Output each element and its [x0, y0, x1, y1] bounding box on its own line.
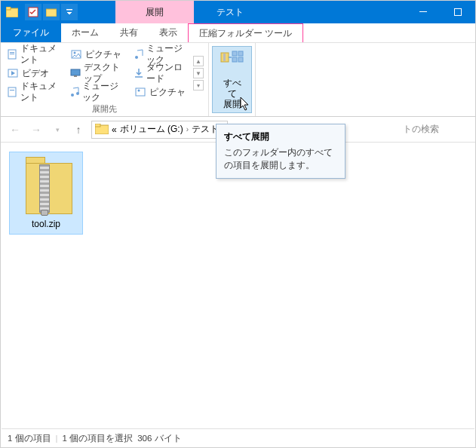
- svg-rect-14: [71, 69, 80, 75]
- dest-desktop[interactable]: デスクトップ: [69, 65, 124, 81]
- videos-icon: [7, 67, 19, 79]
- svg-rect-15: [74, 75, 77, 77]
- ribbon-group-label: 展開先: [1, 103, 208, 117]
- svg-rect-3: [46, 9, 57, 17]
- dest-label: ピクチャ: [85, 49, 121, 60]
- pictures-icon: [134, 86, 146, 98]
- file-name-label: tool.zip: [32, 219, 60, 229]
- svg-rect-1: [6, 7, 11, 10]
- desktop-icon: [70, 67, 81, 79]
- svg-rect-23: [232, 51, 237, 56]
- music-icon: [70, 86, 79, 98]
- ribbon: ドキュメント ビデオ ドキュメント ピクチャ: [1, 43, 475, 117]
- forward-button[interactable]: →: [28, 121, 45, 138]
- tab-compressed-tools[interactable]: 圧縮フォルダー ツール: [188, 23, 303, 42]
- pictures-icon: [70, 48, 82, 60]
- dest-label: ダウンロード: [146, 62, 187, 84]
- dest-scroll-down[interactable]: ▼: [193, 68, 204, 78]
- status-bar: 1 個の項目 | 1 個の項目を選択 306 バイト: [2, 428, 474, 447]
- svg-rect-24: [238, 51, 243, 56]
- dest-scroll-up[interactable]: ▲: [193, 56, 204, 66]
- dest-documents[interactable]: ドキュメント: [5, 46, 61, 63]
- dest-documents2[interactable]: ドキュメント: [5, 84, 61, 100]
- address-bar[interactable]: « ボリューム (G:) › テスト ›: [91, 121, 228, 139]
- dest-more[interactable]: ▾: [193, 80, 204, 91]
- ribbon-tabs: ファイル ホーム 共有 表示 圧縮フォルダー ツール: [1, 23, 475, 43]
- dest-label: ドキュメント: [20, 81, 60, 103]
- maximize-button[interactable]: [441, 1, 475, 23]
- dest-label: ドキュメント: [20, 43, 60, 66]
- up-button[interactable]: ↑: [70, 121, 87, 138]
- svg-point-16: [71, 94, 74, 97]
- extract-all-icon: [220, 50, 245, 75]
- dest-videos[interactable]: ビデオ: [5, 65, 61, 81]
- svg-point-13: [74, 52, 76, 54]
- folder-icon: [95, 124, 109, 136]
- tooltip-title: すべて展開: [224, 130, 337, 143]
- svg-rect-22: [223, 54, 226, 61]
- dest-label: ビデオ: [22, 68, 49, 79]
- window-title: テスト: [194, 1, 266, 23]
- svg-rect-19: [136, 88, 145, 96]
- qat-newfolder-button[interactable]: [43, 4, 60, 20]
- breadcrumb-folder[interactable]: テスト: [192, 123, 219, 136]
- title-bar: 展開 テスト: [1, 1, 475, 23]
- music-icon: [134, 48, 143, 60]
- svg-rect-25: [232, 57, 237, 62]
- status-size: 306 バイト: [137, 433, 181, 444]
- svg-rect-28: [95, 124, 100, 127]
- dest-pictures[interactable]: ピクチャ: [69, 46, 124, 63]
- file-list[interactable]: tool.zip: [2, 144, 474, 428]
- svg-point-20: [137, 90, 140, 92]
- svg-rect-10: [8, 87, 16, 97]
- tooltip-body: このフォルダー内のすべての項目を展開します。: [224, 146, 337, 172]
- contextual-tab-label: 展開: [115, 1, 194, 23]
- chevron-right-icon[interactable]: ›: [186, 125, 189, 133]
- svg-rect-7: [10, 52, 14, 53]
- status-item-count: 1 個の項目: [8, 433, 51, 444]
- qat-properties-button[interactable]: [25, 4, 41, 20]
- svg-rect-5: [455, 9, 462, 16]
- dest-pictures2[interactable]: ピクチャ: [133, 84, 189, 100]
- documents-icon: [7, 48, 17, 60]
- svg-rect-26: [238, 57, 243, 62]
- tab-file[interactable]: ファイル: [1, 23, 61, 42]
- svg-point-18: [135, 56, 138, 59]
- breadcrumb-prefix: «: [112, 124, 117, 135]
- extract-all-button[interactable]: すべて 展開: [212, 46, 252, 113]
- dest-label: ミュージック: [82, 81, 123, 103]
- search-input[interactable]: トの検索: [403, 123, 469, 136]
- svg-rect-8: [10, 54, 14, 54]
- svg-point-17: [76, 92, 79, 95]
- tab-view[interactable]: 表示: [149, 23, 188, 42]
- dest-downloads[interactable]: ダウンロード: [133, 65, 189, 81]
- app-icon: [5, 5, 19, 19]
- zip-file-icon: [20, 157, 72, 214]
- svg-rect-4: [419, 11, 427, 12]
- qat-dropdown-button[interactable]: [61, 4, 78, 20]
- documents-icon: [7, 86, 17, 98]
- breadcrumb-volume[interactable]: ボリューム (G:): [120, 123, 183, 136]
- back-button[interactable]: ←: [7, 121, 23, 138]
- minimize-button[interactable]: [406, 1, 441, 23]
- svg-rect-11: [10, 90, 14, 91]
- dest-music2[interactable]: ミュージック: [133, 46, 189, 63]
- dest-music[interactable]: ミュージック: [69, 84, 124, 100]
- tab-home[interactable]: ホーム: [61, 23, 109, 42]
- file-item[interactable]: tool.zip: [9, 152, 83, 235]
- downloads-icon: [134, 67, 143, 79]
- tooltip: すべて展開 このフォルダー内のすべての項目を展開します。: [216, 124, 345, 179]
- history-dropdown[interactable]: ▾: [49, 121, 66, 138]
- tab-share[interactable]: 共有: [109, 23, 149, 42]
- extract-all-label: すべて 展開: [219, 78, 245, 109]
- dest-label: ピクチャ: [149, 87, 186, 98]
- status-selected: 1 個の項目を選択: [63, 433, 134, 444]
